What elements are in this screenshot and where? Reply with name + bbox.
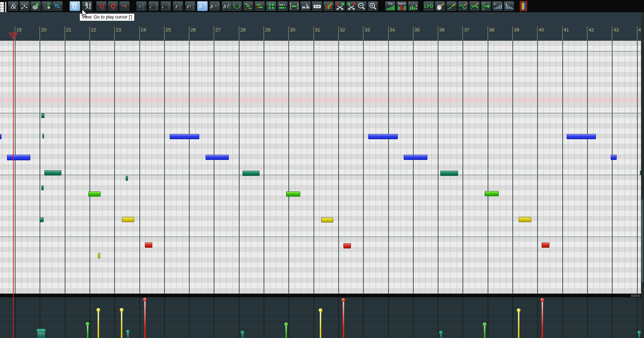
velocity-stem-green[interactable] bbox=[285, 324, 287, 338]
split-note-button[interactable] bbox=[300, 1, 311, 11]
step-record-button[interactable] bbox=[19, 1, 30, 11]
velocity-cap-yellow[interactable] bbox=[517, 308, 521, 312]
paint-velocity-button[interactable] bbox=[323, 1, 334, 11]
midi-note-teal[interactable] bbox=[41, 113, 44, 118]
velocity-cap-yellow[interactable] bbox=[319, 308, 322, 312]
bracket-move-button[interactable] bbox=[289, 1, 299, 11]
velocity-stem-yellow[interactable] bbox=[320, 310, 321, 338]
midi-note-yellow[interactable] bbox=[122, 217, 134, 222]
velocity-cap-teal[interactable] bbox=[126, 330, 130, 334]
treble-clef-button[interactable]: & bbox=[8, 1, 18, 11]
note-eighth-triplet-button[interactable]: ♪3 bbox=[185, 1, 196, 11]
midi-note-yellow[interactable] bbox=[98, 253, 100, 258]
midi-note-blue[interactable] bbox=[567, 134, 596, 139]
velocity-cap-teal[interactable] bbox=[637, 331, 641, 334]
beat-line bbox=[96, 41, 96, 294]
nudge-notes-button[interactable] bbox=[277, 1, 288, 11]
midi-note-blue[interactable] bbox=[206, 155, 229, 160]
velocity-cap-red[interactable] bbox=[143, 298, 147, 301]
midi-note-yellow[interactable] bbox=[519, 217, 531, 222]
sine-draw-button[interactable] bbox=[458, 1, 468, 11]
panel-splitter[interactable] bbox=[0, 294, 644, 297]
midi-note-teal[interactable] bbox=[440, 171, 458, 176]
velocity-cap-green[interactable] bbox=[86, 322, 89, 326]
legato-q-button[interactable]: Q bbox=[108, 1, 118, 11]
midi-note-teal[interactable] bbox=[41, 185, 44, 190]
midi-note-blue[interactable] bbox=[404, 155, 427, 160]
velocity-cap-red[interactable] bbox=[342, 298, 345, 302]
velocity-cap-red[interactable] bbox=[540, 298, 544, 302]
curve-draw-button[interactable] bbox=[446, 1, 457, 11]
velocity-cap-teal[interactable] bbox=[439, 331, 443, 334]
velocity-stem-red[interactable] bbox=[542, 300, 543, 338]
velocity-cap-teal[interactable] bbox=[42, 329, 46, 332]
velocity-stem-yellow[interactable] bbox=[98, 310, 99, 338]
velocity-select-button[interactable]: Select bbox=[396, 1, 407, 11]
midi-note-teal[interactable] bbox=[40, 217, 44, 222]
note-half-button[interactable]: ♩ bbox=[148, 1, 159, 11]
quantize-q-button[interactable]: Q bbox=[96, 1, 107, 11]
decrescendo-button[interactable] bbox=[504, 1, 514, 11]
midi-note-blue[interactable] bbox=[611, 155, 617, 160]
velocity-stem-red[interactable] bbox=[144, 299, 146, 338]
midi-note-red[interactable] bbox=[145, 242, 152, 248]
midi-note-teal[interactable] bbox=[243, 171, 260, 176]
zoom-out-button[interactable] bbox=[356, 1, 367, 11]
grid-quantize-button[interactable] bbox=[266, 1, 277, 11]
midi-note-green[interactable] bbox=[286, 191, 300, 197]
midi-note-teal[interactable] bbox=[43, 134, 44, 138]
midi-note-red[interactable] bbox=[542, 242, 549, 248]
lfo-button[interactable]: LFO bbox=[423, 1, 434, 11]
quantize-dashes-button[interactable] bbox=[243, 1, 254, 11]
cut-left-button[interactable] bbox=[335, 1, 345, 11]
scrollbar-thumb[interactable] bbox=[641, 199, 643, 282]
velocity-stem-green[interactable] bbox=[484, 324, 485, 338]
crescendo-button[interactable] bbox=[492, 1, 503, 11]
redo-arrow-button[interactable]: ↪ bbox=[119, 1, 130, 11]
zoom-in-button[interactable] bbox=[367, 1, 378, 11]
note-sixteenth-triplet-button[interactable]: ♬3 bbox=[209, 1, 220, 11]
walk-flag-button[interactable] bbox=[70, 1, 80, 11]
velocity-stem-yellow[interactable] bbox=[518, 310, 519, 338]
midi-note-green[interactable] bbox=[88, 191, 101, 197]
velocity-tool-button[interactable]: Tool bbox=[385, 1, 396, 11]
splitter-grip-icon[interactable] bbox=[631, 294, 641, 297]
midi-note-blue[interactable] bbox=[368, 134, 398, 139]
midi-note-teal[interactable] bbox=[44, 170, 61, 175]
note-eighth-button[interactable]: ♪ bbox=[173, 1, 183, 11]
velocity-cap-green[interactable] bbox=[284, 322, 288, 326]
cut-right-button[interactable] bbox=[346, 1, 357, 11]
velocity-stem-green[interactable] bbox=[87, 324, 88, 338]
note-sixteenth-button[interactable]: ♬ bbox=[197, 1, 208, 11]
midi-note-teal[interactable] bbox=[126, 176, 128, 181]
note-quarter-button[interactable]: ♩ bbox=[160, 1, 171, 11]
midi-note-blue[interactable] bbox=[170, 134, 199, 139]
midi-note-blue[interactable] bbox=[7, 155, 30, 160]
velocity-updown-button[interactable] bbox=[408, 1, 418, 11]
razor-button[interactable] bbox=[312, 1, 322, 11]
zigzag-draw-button[interactable] bbox=[469, 1, 480, 11]
midi-note-green[interactable] bbox=[485, 191, 499, 196]
velocity-cap-yellow[interactable] bbox=[96, 308, 100, 312]
collapse-notes-button[interactable] bbox=[254, 1, 265, 11]
velocity-stem-yellow[interactable] bbox=[121, 310, 122, 338]
color-rainbow-button[interactable] bbox=[520, 1, 527, 11]
note-whole-button[interactable]: ○ bbox=[136, 1, 147, 11]
velocity-panel[interactable] bbox=[0, 297, 641, 338]
velocity-stem-red[interactable] bbox=[343, 300, 344, 338]
piano-roll-grid[interactable] bbox=[0, 41, 641, 294]
midi-note-red[interactable] bbox=[343, 243, 351, 248]
palette-checks-button[interactable] bbox=[41, 1, 52, 11]
tie-notes-button[interactable] bbox=[231, 1, 242, 11]
sequence-arrow-button[interactable] bbox=[481, 1, 491, 11]
palette-footprint-button[interactable] bbox=[30, 1, 41, 11]
midi-note-blue[interactable] bbox=[0, 134, 1, 139]
velocity-cap-teal[interactable] bbox=[241, 331, 244, 334]
velocity-cap-yellow[interactable] bbox=[120, 308, 123, 312]
vertical-scrollbar[interactable] bbox=[641, 12, 644, 338]
note-thirtysecond-button[interactable]: ♬̸ bbox=[221, 1, 232, 11]
mouse-draw-button[interactable] bbox=[435, 1, 445, 11]
midi-note-yellow[interactable] bbox=[321, 217, 333, 222]
velocity-cap-green[interactable] bbox=[483, 322, 487, 326]
tl-label-button[interactable]: TL bbox=[52, 1, 63, 11]
